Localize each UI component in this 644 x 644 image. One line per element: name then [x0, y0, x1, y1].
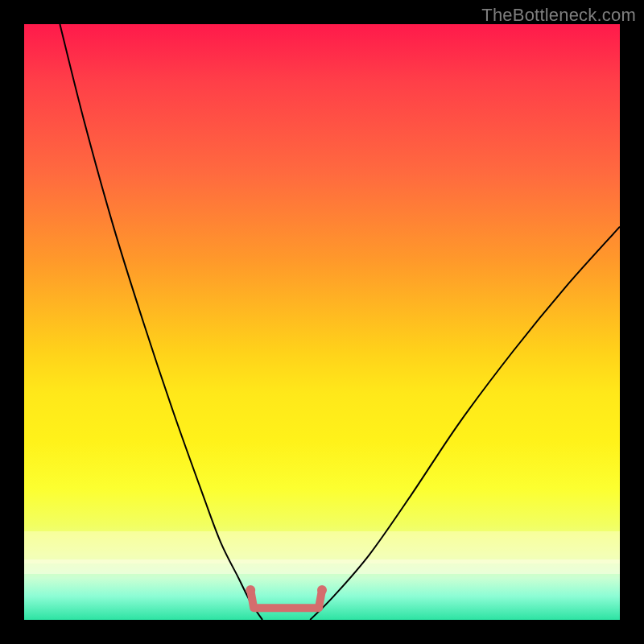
bracket-endpoint-left [246, 585, 255, 595]
plateau-bracket [250, 590, 322, 608]
watermark-text: TheBottleneck.com [481, 5, 636, 26]
bracket-endpoint-right [317, 585, 327, 595]
plot-area [24, 24, 620, 620]
chart-frame: TheBottleneck.com [0, 0, 644, 644]
curve-left-branch [60, 24, 262, 620]
curve-right-branch [310, 227, 620, 620]
chart-svg [24, 24, 620, 620]
